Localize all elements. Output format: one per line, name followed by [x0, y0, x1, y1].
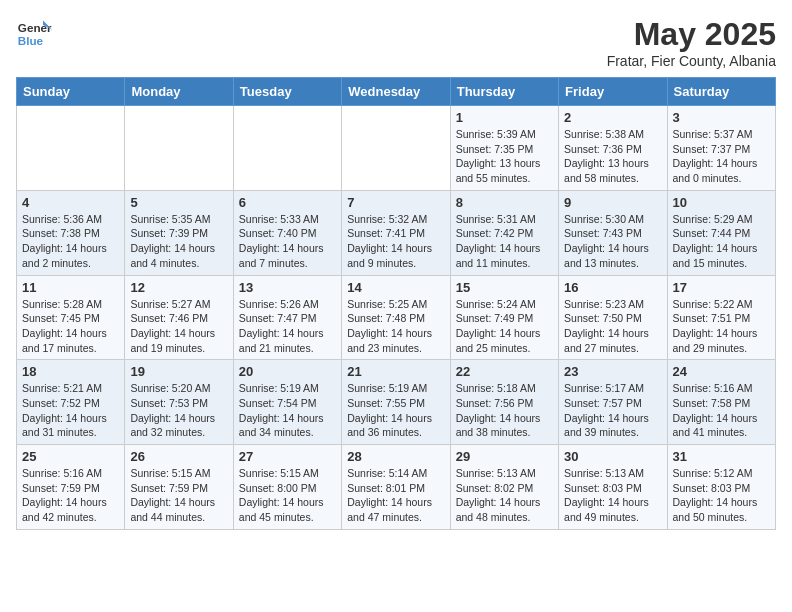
day-number: 19 [130, 364, 227, 379]
day-number: 14 [347, 280, 444, 295]
day-number: 23 [564, 364, 661, 379]
calendar-cell: 24Sunrise: 5:16 AMSunset: 7:58 PMDayligh… [667, 360, 775, 445]
calendar-cell [342, 106, 450, 191]
day-info: Sunrise: 5:17 AMSunset: 7:57 PMDaylight:… [564, 381, 661, 440]
day-number: 21 [347, 364, 444, 379]
day-number: 1 [456, 110, 553, 125]
day-number: 24 [673, 364, 770, 379]
calendar-cell: 14Sunrise: 5:25 AMSunset: 7:48 PMDayligh… [342, 275, 450, 360]
calendar-week-2: 4Sunrise: 5:36 AMSunset: 7:38 PMDaylight… [17, 190, 776, 275]
calendar-cell: 13Sunrise: 5:26 AMSunset: 7:47 PMDayligh… [233, 275, 341, 360]
day-info: Sunrise: 5:39 AMSunset: 7:35 PMDaylight:… [456, 127, 553, 186]
calendar-week-5: 25Sunrise: 5:16 AMSunset: 7:59 PMDayligh… [17, 445, 776, 530]
weekday-header-friday: Friday [559, 78, 667, 106]
weekday-header-sunday: Sunday [17, 78, 125, 106]
calendar-cell: 29Sunrise: 5:13 AMSunset: 8:02 PMDayligh… [450, 445, 558, 530]
calendar-cell: 25Sunrise: 5:16 AMSunset: 7:59 PMDayligh… [17, 445, 125, 530]
calendar-cell: 3Sunrise: 5:37 AMSunset: 7:37 PMDaylight… [667, 106, 775, 191]
day-info: Sunrise: 5:13 AMSunset: 8:03 PMDaylight:… [564, 466, 661, 525]
calendar-cell: 4Sunrise: 5:36 AMSunset: 7:38 PMDaylight… [17, 190, 125, 275]
day-info: Sunrise: 5:18 AMSunset: 7:56 PMDaylight:… [456, 381, 553, 440]
weekday-header-wednesday: Wednesday [342, 78, 450, 106]
day-info: Sunrise: 5:33 AMSunset: 7:40 PMDaylight:… [239, 212, 336, 271]
day-number: 30 [564, 449, 661, 464]
day-number: 15 [456, 280, 553, 295]
calendar-week-1: 1Sunrise: 5:39 AMSunset: 7:35 PMDaylight… [17, 106, 776, 191]
day-info: Sunrise: 5:37 AMSunset: 7:37 PMDaylight:… [673, 127, 770, 186]
day-number: 17 [673, 280, 770, 295]
day-info: Sunrise: 5:19 AMSunset: 7:54 PMDaylight:… [239, 381, 336, 440]
day-number: 9 [564, 195, 661, 210]
calendar-cell: 1Sunrise: 5:39 AMSunset: 7:35 PMDaylight… [450, 106, 558, 191]
calendar-cell [125, 106, 233, 191]
calendar-cell: 26Sunrise: 5:15 AMSunset: 7:59 PMDayligh… [125, 445, 233, 530]
calendar-body: 1Sunrise: 5:39 AMSunset: 7:35 PMDaylight… [17, 106, 776, 530]
title-block: May 2025 Fratar, Fier County, Albania [607, 16, 776, 69]
day-number: 26 [130, 449, 227, 464]
day-info: Sunrise: 5:29 AMSunset: 7:44 PMDaylight:… [673, 212, 770, 271]
day-number: 4 [22, 195, 119, 210]
day-info: Sunrise: 5:23 AMSunset: 7:50 PMDaylight:… [564, 297, 661, 356]
calendar-table: SundayMondayTuesdayWednesdayThursdayFrid… [16, 77, 776, 530]
day-number: 31 [673, 449, 770, 464]
weekday-header-saturday: Saturday [667, 78, 775, 106]
day-number: 3 [673, 110, 770, 125]
calendar-cell [233, 106, 341, 191]
calendar-week-3: 11Sunrise: 5:28 AMSunset: 7:45 PMDayligh… [17, 275, 776, 360]
day-number: 6 [239, 195, 336, 210]
day-number: 22 [456, 364, 553, 379]
day-number: 29 [456, 449, 553, 464]
day-number: 25 [22, 449, 119, 464]
day-info: Sunrise: 5:24 AMSunset: 7:49 PMDaylight:… [456, 297, 553, 356]
calendar-cell: 28Sunrise: 5:14 AMSunset: 8:01 PMDayligh… [342, 445, 450, 530]
calendar-cell: 10Sunrise: 5:29 AMSunset: 7:44 PMDayligh… [667, 190, 775, 275]
calendar-cell: 27Sunrise: 5:15 AMSunset: 8:00 PMDayligh… [233, 445, 341, 530]
svg-text:Blue: Blue [18, 34, 44, 47]
page-header: General Blue May 2025 Fratar, Fier Count… [16, 16, 776, 69]
day-number: 8 [456, 195, 553, 210]
day-info: Sunrise: 5:32 AMSunset: 7:41 PMDaylight:… [347, 212, 444, 271]
day-info: Sunrise: 5:22 AMSunset: 7:51 PMDaylight:… [673, 297, 770, 356]
day-info: Sunrise: 5:15 AMSunset: 8:00 PMDaylight:… [239, 466, 336, 525]
day-number: 16 [564, 280, 661, 295]
day-info: Sunrise: 5:14 AMSunset: 8:01 PMDaylight:… [347, 466, 444, 525]
weekday-header-tuesday: Tuesday [233, 78, 341, 106]
day-number: 10 [673, 195, 770, 210]
svg-text:General: General [18, 21, 52, 34]
day-info: Sunrise: 5:12 AMSunset: 8:03 PMDaylight:… [673, 466, 770, 525]
calendar-cell: 31Sunrise: 5:12 AMSunset: 8:03 PMDayligh… [667, 445, 775, 530]
logo-icon: General Blue [16, 16, 52, 52]
day-number: 20 [239, 364, 336, 379]
calendar-cell: 7Sunrise: 5:32 AMSunset: 7:41 PMDaylight… [342, 190, 450, 275]
calendar-cell: 22Sunrise: 5:18 AMSunset: 7:56 PMDayligh… [450, 360, 558, 445]
day-number: 5 [130, 195, 227, 210]
day-info: Sunrise: 5:38 AMSunset: 7:36 PMDaylight:… [564, 127, 661, 186]
day-info: Sunrise: 5:28 AMSunset: 7:45 PMDaylight:… [22, 297, 119, 356]
calendar-cell: 21Sunrise: 5:19 AMSunset: 7:55 PMDayligh… [342, 360, 450, 445]
day-info: Sunrise: 5:35 AMSunset: 7:39 PMDaylight:… [130, 212, 227, 271]
calendar-cell: 11Sunrise: 5:28 AMSunset: 7:45 PMDayligh… [17, 275, 125, 360]
month-title: May 2025 [607, 16, 776, 53]
calendar-cell: 15Sunrise: 5:24 AMSunset: 7:49 PMDayligh… [450, 275, 558, 360]
calendar-cell: 23Sunrise: 5:17 AMSunset: 7:57 PMDayligh… [559, 360, 667, 445]
day-number: 27 [239, 449, 336, 464]
day-number: 2 [564, 110, 661, 125]
calendar-cell: 5Sunrise: 5:35 AMSunset: 7:39 PMDaylight… [125, 190, 233, 275]
calendar-cell: 17Sunrise: 5:22 AMSunset: 7:51 PMDayligh… [667, 275, 775, 360]
day-info: Sunrise: 5:26 AMSunset: 7:47 PMDaylight:… [239, 297, 336, 356]
calendar-cell: 9Sunrise: 5:30 AMSunset: 7:43 PMDaylight… [559, 190, 667, 275]
weekday-header-monday: Monday [125, 78, 233, 106]
calendar-cell: 16Sunrise: 5:23 AMSunset: 7:50 PMDayligh… [559, 275, 667, 360]
day-info: Sunrise: 5:30 AMSunset: 7:43 PMDaylight:… [564, 212, 661, 271]
day-info: Sunrise: 5:13 AMSunset: 8:02 PMDaylight:… [456, 466, 553, 525]
calendar-week-4: 18Sunrise: 5:21 AMSunset: 7:52 PMDayligh… [17, 360, 776, 445]
weekday-header-thursday: Thursday [450, 78, 558, 106]
day-number: 7 [347, 195, 444, 210]
logo: General Blue [16, 16, 52, 52]
day-info: Sunrise: 5:36 AMSunset: 7:38 PMDaylight:… [22, 212, 119, 271]
day-number: 28 [347, 449, 444, 464]
calendar-cell: 2Sunrise: 5:38 AMSunset: 7:36 PMDaylight… [559, 106, 667, 191]
day-info: Sunrise: 5:25 AMSunset: 7:48 PMDaylight:… [347, 297, 444, 356]
day-info: Sunrise: 5:19 AMSunset: 7:55 PMDaylight:… [347, 381, 444, 440]
calendar-cell: 18Sunrise: 5:21 AMSunset: 7:52 PMDayligh… [17, 360, 125, 445]
